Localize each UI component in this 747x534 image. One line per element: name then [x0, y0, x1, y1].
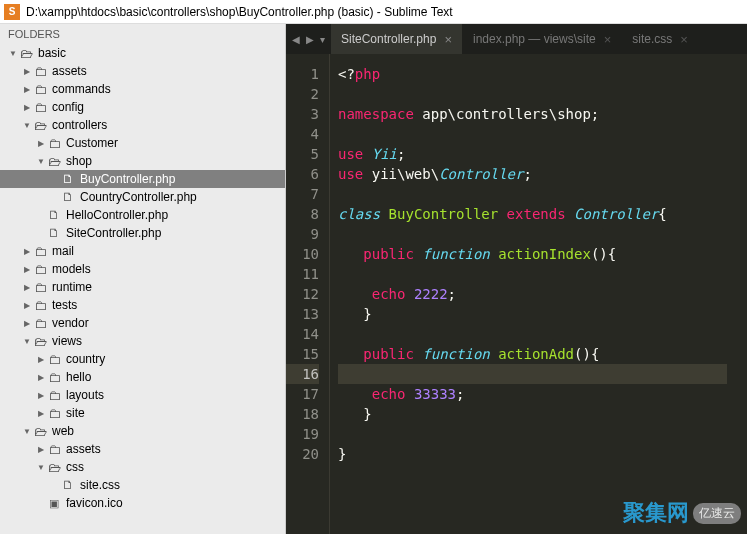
code-line[interactable]: use yii\web\Controller; — [338, 164, 727, 184]
tab-site-css[interactable]: site.css× — [622, 24, 699, 54]
code-line[interactable]: class BuyController extends Controller{ — [338, 204, 727, 224]
tree-arrow-icon[interactable]: ▶ — [22, 301, 32, 310]
line-number[interactable]: 18 — [286, 404, 319, 424]
tree-item-favicon-ico[interactable]: favicon.ico — [0, 494, 285, 512]
line-number[interactable]: 12 — [286, 284, 319, 304]
tree-item-buycontroller-php[interactable]: BuyController.php — [0, 170, 285, 188]
line-number[interactable]: 1 — [286, 64, 319, 84]
tree-item-tests[interactable]: ▶tests — [0, 296, 285, 314]
line-number[interactable]: 15 — [286, 344, 319, 364]
code-line[interactable]: use Yii; — [338, 144, 727, 164]
tree-item-vendor[interactable]: ▶vendor — [0, 314, 285, 332]
code-line[interactable]: public function actionIndex(){ — [338, 244, 727, 264]
tree-item-country[interactable]: ▶country — [0, 350, 285, 368]
line-number[interactable]: 20 — [286, 444, 319, 464]
tree-arrow-icon[interactable]: ▶ — [22, 283, 32, 292]
code-line[interactable] — [338, 364, 727, 384]
tree-arrow-icon[interactable]: ▶ — [36, 391, 46, 400]
tree-item-commands[interactable]: ▶commands — [0, 80, 285, 98]
close-icon[interactable]: × — [444, 32, 452, 47]
tree-arrow-icon[interactable]: ▶ — [36, 139, 46, 148]
code-line[interactable] — [338, 84, 727, 104]
line-number[interactable]: 9 — [286, 224, 319, 244]
tab-back-icon[interactable]: ◀ — [292, 34, 300, 45]
code-content[interactable]: <?phpnamespace app\controllers\shop;use … — [330, 54, 727, 534]
tab-forward-icon[interactable]: ▶ — [306, 34, 314, 45]
tree-item-models[interactable]: ▶models — [0, 260, 285, 278]
tree-item-controllers[interactable]: ▼controllers — [0, 116, 285, 134]
tree-item-runtime[interactable]: ▶runtime — [0, 278, 285, 296]
tree-item-basic[interactable]: ▼basic — [0, 44, 285, 62]
code-line[interactable]: } — [338, 404, 727, 424]
code-line[interactable]: public function actionAdd(){ — [338, 344, 727, 364]
tree-item-countrycontroller-php[interactable]: CountryController.php — [0, 188, 285, 206]
tree-item-mail[interactable]: ▶mail — [0, 242, 285, 260]
line-number[interactable]: 16 — [286, 364, 319, 384]
line-number[interactable]: 17 — [286, 384, 319, 404]
line-number[interactable]: 11 — [286, 264, 319, 284]
code-line[interactable] — [338, 424, 727, 444]
tree-item-site[interactable]: ▶site — [0, 404, 285, 422]
tree-item-assets[interactable]: ▶assets — [0, 440, 285, 458]
code-line[interactable]: echo 2222; — [338, 284, 727, 304]
tree-arrow-icon[interactable]: ▶ — [36, 355, 46, 364]
tree-arrow-icon[interactable]: ▶ — [22, 67, 32, 76]
tree-arrow-icon[interactable]: ▶ — [22, 103, 32, 112]
line-number[interactable]: 7 — [286, 184, 319, 204]
code-line[interactable]: <?php — [338, 64, 727, 84]
tree-item-customer[interactable]: ▶Customer — [0, 134, 285, 152]
code-line[interactable] — [338, 124, 727, 144]
tree-item-config[interactable]: ▶config — [0, 98, 285, 116]
line-number[interactable]: 8 — [286, 204, 319, 224]
tree-item-layouts[interactable]: ▶layouts — [0, 386, 285, 404]
tree-arrow-icon[interactable]: ▼ — [22, 337, 32, 346]
tree-arrow-icon[interactable]: ▶ — [22, 319, 32, 328]
editor-body[interactable]: 1234567891011121314151617181920 <?phpnam… — [286, 54, 747, 534]
line-number[interactable]: 19 — [286, 424, 319, 444]
code-line[interactable] — [338, 224, 727, 244]
tree-arrow-icon[interactable]: ▶ — [22, 85, 32, 94]
tab-index-php---views-site[interactable]: index.php — views\site× — [463, 24, 622, 54]
line-number[interactable]: 3 — [286, 104, 319, 124]
tree-item-web[interactable]: ▼web — [0, 422, 285, 440]
code-line[interactable]: } — [338, 444, 727, 464]
code-line[interactable] — [338, 184, 727, 204]
tree-arrow-icon[interactable]: ▶ — [22, 247, 32, 256]
code-line[interactable] — [338, 324, 727, 344]
line-number[interactable]: 2 — [286, 84, 319, 104]
tree-item-sitecontroller-php[interactable]: SiteController.php — [0, 224, 285, 242]
line-number[interactable]: 13 — [286, 304, 319, 324]
close-icon[interactable]: × — [680, 32, 688, 47]
line-number[interactable]: 4 — [286, 124, 319, 144]
line-number[interactable]: 14 — [286, 324, 319, 344]
line-gutter[interactable]: 1234567891011121314151617181920 — [286, 54, 330, 534]
tree-arrow-icon[interactable]: ▼ — [36, 463, 46, 472]
code-line[interactable] — [338, 264, 727, 284]
close-icon[interactable]: × — [604, 32, 612, 47]
line-number[interactable]: 5 — [286, 144, 319, 164]
tree-arrow-icon[interactable]: ▶ — [36, 409, 46, 418]
tree-item-views[interactable]: ▼views — [0, 332, 285, 350]
line-number[interactable]: 6 — [286, 164, 319, 184]
tree-item-assets[interactable]: ▶assets — [0, 62, 285, 80]
folder-tree[interactable]: ▼basic▶assets▶commands▶config▼controller… — [0, 44, 285, 512]
tree-arrow-icon[interactable]: ▼ — [8, 49, 18, 58]
minimap[interactable] — [727, 54, 747, 534]
code-line[interactable]: namespace app\controllers\shop; — [338, 104, 727, 124]
tree-arrow-icon[interactable]: ▶ — [36, 373, 46, 382]
code-line[interactable]: echo 33333; — [338, 384, 727, 404]
tree-item-site-css[interactable]: site.css — [0, 476, 285, 494]
tab-menu-icon[interactable]: ▾ — [320, 34, 325, 45]
line-number[interactable]: 10 — [286, 244, 319, 264]
sidebar[interactable]: FOLDERS ▼basic▶assets▶commands▶config▼co… — [0, 24, 286, 534]
tree-item-hellocontroller-php[interactable]: HelloController.php — [0, 206, 285, 224]
tab-sitecontroller-php[interactable]: SiteController.php× — [331, 24, 463, 54]
tree-item-shop[interactable]: ▼shop — [0, 152, 285, 170]
tree-item-css[interactable]: ▼css — [0, 458, 285, 476]
tree-item-hello[interactable]: ▶hello — [0, 368, 285, 386]
tab-bar[interactable]: ◀ ▶ ▾ SiteController.php×index.php — vie… — [286, 24, 747, 54]
code-line[interactable]: } — [338, 304, 727, 324]
tree-arrow-icon[interactable]: ▼ — [22, 121, 32, 130]
tree-arrow-icon[interactable]: ▼ — [22, 427, 32, 436]
tree-arrow-icon[interactable]: ▶ — [36, 445, 46, 454]
